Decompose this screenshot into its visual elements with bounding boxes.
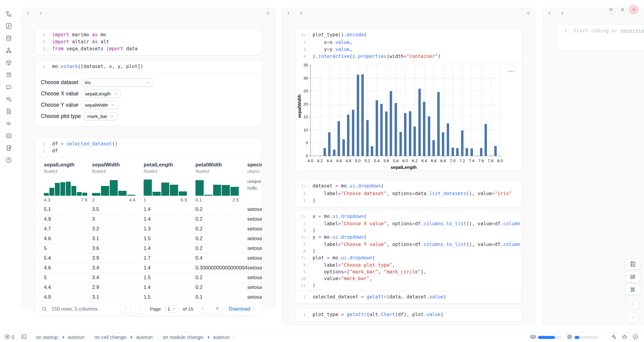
table-row[interactable]: 4.931.40.2setosa: [35, 214, 262, 224]
layout-button[interactable]: [625, 271, 640, 282]
column-header-species[interactable]: speciesobjectunique:nulls:: [247, 162, 262, 202]
fold-chevron-icon[interactable]: ∨: [304, 213, 306, 220]
add-cell-button[interactable]: [526, 11, 531, 17]
column-histogram: [195, 178, 239, 196]
empty-code-cell[interactable]: 1 Start coding or generate with: [556, 24, 644, 51]
plus-icon: [265, 11, 270, 17]
ai-sparkles-button[interactable]: [610, 334, 617, 341]
stop-button[interactable]: [627, 299, 638, 310]
scratchpad-icon[interactable]: [2, 142, 15, 154]
chart-menu-button[interactable]: •••: [506, 66, 517, 77]
vstack-code-cell[interactable]: 1mo.vstack([dataset, x, y, plot]) Choose…: [35, 60, 262, 126]
file-tree-icon[interactable]: [2, 8, 15, 20]
line-number: 6: [296, 248, 309, 255]
column-header-petalWidth[interactable]: petalWidthfloat640.12.5: [195, 162, 247, 202]
choose-plot-type-select[interactable]: mark_bar: [84, 112, 117, 120]
settings-button[interactable]: [618, 5, 627, 14]
connection-status-button[interactable]: [632, 334, 639, 341]
column-meta: unique:nulls:: [247, 178, 262, 191]
column-header-sepalWidth[interactable]: sepalWidthfloat6424.4: [92, 162, 144, 202]
runmode-on-startup[interactable]: on startup:autorun: [36, 335, 84, 340]
column-back-button[interactable]: [547, 11, 552, 16]
runmode-on-cell-change[interactable]: on cell change:autorun: [95, 335, 153, 340]
terminal-button[interactable]: [21, 334, 27, 341]
code-editor[interactable]: 1∨dataset = mo.ui.dropdown(2 label="Choo…: [296, 180, 522, 207]
column-header-petalLength[interactable]: petalLengthfloat6416.9: [144, 162, 195, 202]
table-row[interactable]: 4.63.41.40.30000000000000004setosa: [35, 263, 262, 273]
code-editor[interactable]: 1∨x = mo.ui.dropdown(2 label="Choose X v…: [296, 210, 522, 291]
page-select[interactable]: 1: [165, 305, 178, 313]
code-editor[interactable]: 1∨plot_type().encode(2 x=x.value,3 y=y.v…: [296, 29, 522, 63]
code-editor[interactable]: 1plot_type = getattr(alt.Chart(df), plot…: [296, 308, 522, 321]
package-icon[interactable]: [2, 56, 15, 69]
table-row[interactable]: 5.13.51.40.2setosa: [35, 204, 262, 214]
document-icon[interactable]: [2, 105, 15, 117]
column-forward-button[interactable]: [299, 11, 303, 16]
run-button[interactable]: [627, 312, 638, 323]
table-row[interactable]: 4.93.11.50.1setosa: [35, 292, 262, 302]
save-button[interactable]: [625, 258, 640, 269]
column-forward-button[interactable]: [560, 11, 564, 16]
dataframe-code-cell[interactable]: 1df = selected_dataset()2df sepalLengthf…: [35, 137, 262, 316]
line-number: 4: [296, 53, 309, 60]
controls-code-cell[interactable]: 1∨x = mo.ui.dropdown(2 label="Choose X v…: [295, 210, 522, 292]
fold-chevron-icon[interactable]: ∨: [304, 234, 306, 241]
code-editor[interactable]: 1import marimo as mo2import altair as al…: [35, 29, 262, 55]
table-row[interactable]: 53.61.40.2setosa: [35, 243, 262, 253]
column-back-button[interactable]: [286, 11, 291, 16]
menu-button[interactable]: [606, 5, 615, 14]
table-row[interactable]: 5.43.91.70.4setosa: [35, 253, 262, 263]
table-cell: 0.2: [195, 216, 247, 222]
chevron-down-icon: [147, 81, 150, 84]
table-row[interactable]: 4.42.91.40.2setosa: [35, 282, 262, 292]
script-icon[interactable]: [2, 69, 15, 81]
first-page-button[interactable]: [120, 305, 131, 314]
chart-code-cell[interactable]: 1∨plot_type().encode(2 x=x.value,3 y=y.v…: [295, 28, 522, 171]
code-placeholder[interactable]: Start coding or generate with: [570, 27, 644, 34]
help-icon[interactable]: [2, 154, 15, 166]
list-search-icon[interactable]: [2, 93, 15, 105]
code-editor[interactable]: 1df = selected_dataset()2df: [35, 138, 262, 157]
fold-chevron-icon[interactable]: ∨: [304, 255, 306, 262]
choose-x-value-select[interactable]: sepalLength: [82, 90, 121, 98]
activity-icon[interactable]: [2, 117, 15, 130]
import-code-cell[interactable]: 1import marimo as mo2import altair as al…: [35, 28, 262, 55]
generate-link[interactable]: generate: [621, 28, 644, 34]
selected-dataset-code-cell[interactable]: 1selected_dataset = getattr(data, datase…: [295, 290, 522, 304]
code-editor[interactable]: 1selected_dataset = getattr(data, datase…: [296, 291, 522, 303]
choose-dataset-select[interactable]: iris: [81, 78, 154, 87]
database-icon[interactable]: [2, 32, 15, 44]
dataset-dropdown-code-cell[interactable]: 1∨dataset = mo.ui.dropdown(2 label="Choo…: [295, 180, 522, 207]
table-row[interactable]: 4.73.21.30.2setosa: [35, 224, 262, 233]
command-button[interactable]: [625, 284, 640, 295]
column-back-button[interactable]: [26, 11, 30, 16]
error-count-button[interactable]: 0: [4, 334, 14, 341]
search-icon[interactable]: [41, 306, 47, 312]
function-icon[interactable]: [2, 20, 15, 32]
table-cell: 1.4: [144, 265, 195, 271]
fold-chevron-icon[interactable]: ∨: [304, 32, 306, 39]
column-forward-button[interactable]: [38, 11, 43, 16]
code-editor[interactable]: 1mo.vstack([dataset, x, y, plot]): [35, 60, 262, 73]
chat-bot-icon[interactable]: [2, 81, 15, 93]
table-row[interactable]: 53.41.50.2setosa: [35, 273, 262, 282]
check-circle-icon: [632, 334, 639, 341]
code-block-icon[interactable]: [2, 130, 15, 142]
runmode-on-module-change[interactable]: on module change:autorun: [163, 335, 235, 340]
fold-chevron-icon[interactable]: ∨: [304, 183, 306, 190]
close-button[interactable]: [629, 5, 638, 14]
line-number: 1: [35, 141, 48, 148]
column-header-sepalLength[interactable]: sepalLengthfloat644.37.9: [44, 162, 92, 202]
choose-y-value-select[interactable]: sepalWidth: [81, 101, 118, 109]
hierarchy-icon[interactable]: [2, 44, 15, 56]
last-page-button[interactable]: [212, 305, 223, 314]
table-cell: 3.4: [92, 275, 144, 280]
download-button[interactable]: Download: [229, 306, 256, 312]
page-select-value: 1: [167, 306, 170, 312]
prev-page-button[interactable]: [135, 305, 145, 314]
table-row[interactable]: 4.63.11.50.2setosa: [35, 233, 262, 243]
assistant-button[interactable]: [621, 334, 628, 341]
plot-type-code-cell[interactable]: 1plot_type = getattr(alt.Chart(df), plot…: [295, 308, 522, 321]
add-cell-button[interactable]: [265, 11, 270, 17]
next-page-button[interactable]: [198, 305, 208, 314]
